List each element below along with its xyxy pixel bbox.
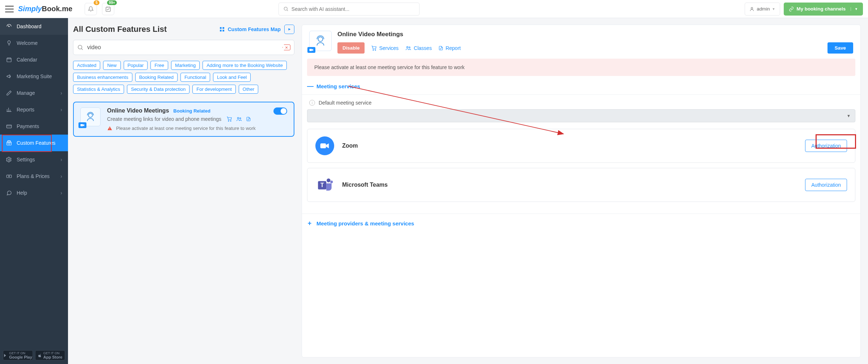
svg-point-2 [751,7,753,9]
svg-point-18 [230,120,231,121]
filter-tag[interactable]: For development [192,85,236,94]
services-link[interactable]: Services [371,45,399,51]
filter-tag[interactable]: Statistics & Analytics [73,85,124,94]
teams-authorization-button[interactable]: Authorization [805,179,847,191]
svg-point-20 [240,118,241,119]
panel-title: Online Video Meetings [337,31,853,38]
sidebar-label: Manage [17,90,35,96]
feature-toggle[interactable] [273,107,287,115]
filter-tag[interactable]: Business enhancements [73,73,132,82]
svg-point-19 [237,117,239,119]
global-search[interactable] [278,3,420,16]
svg-point-25 [407,46,408,48]
filter-tag[interactable]: New [103,61,120,70]
feature-card[interactable]: Online Video Meetings Booking Related Cr… [73,102,294,137]
sidebar-item-welcome[interactable]: Welcome [0,35,68,51]
notifications-button[interactable]: 5 [85,3,97,15]
svg-rect-5 [7,125,11,128]
save-button[interactable]: Save [827,42,853,54]
svg-rect-10 [220,27,222,29]
info-icon[interactable]: i [309,100,315,106]
global-search-input[interactable] [292,6,415,12]
filter-tag[interactable]: Other [239,85,259,94]
filter-tag[interactable]: Marketing [171,61,200,70]
clear-search-button[interactable]: ✕ [282,45,290,50]
sidebar-label: Help [17,190,27,196]
meeting-services-section-header[interactable]: — Meeting services [302,82,860,94]
sidebar-item-help[interactable]: Help › [0,185,68,201]
svg-point-26 [409,47,410,48]
sidebar: Dashboard Welcome Calendar Marketing Sui… [0,18,68,364]
booking-channels-button[interactable]: My booking channels ▼ [784,3,863,16]
filter-tag[interactable]: Security & Data protection [127,85,190,94]
svg-rect-12 [220,30,222,31]
zoom-authorization-button[interactable]: Authorization [805,140,847,152]
sidebar-item-reports[interactable]: Reports › [0,101,68,118]
user-icon [749,7,754,12]
logo[interactable]: SimplyBook.me [18,5,72,13]
sidebar-label: Reports [17,107,34,113]
sidebar-item-marketing[interactable]: Marketing Suite [0,68,68,85]
store-small: GET IT ON [9,351,32,355]
chevron-down-icon: ▼ [772,7,775,11]
admin-menu-button[interactable]: admin ▼ [745,3,780,16]
feature-search[interactable]: ✕ [73,40,294,55]
link-label: Services [379,45,399,51]
app-store-badge[interactable]: GET IT ONApp Store [35,350,65,360]
sidebar-item-plans[interactable]: Plans & Prices › [0,168,68,185]
feature-search-input[interactable] [87,44,279,51]
default-service-select[interactable]: ▼ [307,109,855,122]
chevron-down-icon[interactable]: ▼ [851,7,858,11]
sidebar-item-custom-features[interactable]: Custom Features [0,135,68,151]
provider-name: Microsoft Teams [342,182,388,188]
play-store-icon [4,354,8,357]
chart-icon [6,106,12,113]
sidebar-item-payments[interactable]: Payments [0,118,68,135]
svg-rect-16 [81,124,83,126]
filter-tag[interactable]: Free [150,61,168,70]
video-help-button[interactable] [284,25,294,34]
svg-point-21 [318,37,323,42]
sidebar-label: Calendar [17,57,37,63]
bulb-icon [6,40,12,46]
feature-category: Booking Related [173,108,210,114]
filter-tag[interactable]: Booking Related [135,73,178,82]
svg-point-1 [284,7,287,10]
zoom-icon [315,136,334,155]
filter-tags: Activated New Popular Free Marketing Add… [73,61,294,94]
filter-tag[interactable]: Activated [73,61,100,70]
sidebar-item-settings[interactable]: Settings › [0,151,68,168]
meeting-providers-section-header[interactable]: + Meeting providers & meeting services [302,213,860,233]
camera-icon [307,47,315,53]
svg-point-30 [327,178,330,182]
dashboard-icon [6,23,12,30]
filter-tag[interactable]: Popular [124,61,148,70]
section-title: Meeting services [316,83,360,89]
topbar: SimplyBook.me 5 99+ admin ▼ My booking c… [0,0,868,18]
chevron-right-icon: › [60,107,62,113]
sidebar-item-manage[interactable]: Manage › [0,85,68,101]
feature-settings-panel: Online Video Meetings Disable Services C… [302,25,861,357]
card-icon [6,123,12,130]
feature-warning: Please activate at least one meeting ser… [116,126,256,131]
filter-tag[interactable]: Look and Feel [213,73,251,82]
disable-button[interactable]: Disable [337,42,365,54]
tasks-badge: 99+ [107,0,117,5]
filter-tag[interactable]: Adding more to the Booking Website [203,61,287,70]
features-map-link[interactable]: Custom Features Map [219,26,281,32]
tasks-button[interactable]: 99+ [102,3,114,15]
sidebar-item-dashboard[interactable]: Dashboard [0,18,68,35]
google-play-badge[interactable]: GET IT ONGoogle Play [3,350,33,360]
filter-tag[interactable]: Functional [180,73,210,82]
classes-link[interactable]: Classes [405,45,432,51]
report-link[interactable]: Report [438,45,461,51]
menu-toggle-button[interactable] [5,6,14,12]
search-icon [77,44,84,51]
panel-icon [309,31,332,51]
chevron-right-icon: › [60,90,62,96]
link-icon [789,7,794,12]
sidebar-item-calendar[interactable]: Calendar [0,51,68,68]
document-icon [246,116,251,122]
gear-icon [6,156,12,163]
svg-point-9 [8,176,9,177]
